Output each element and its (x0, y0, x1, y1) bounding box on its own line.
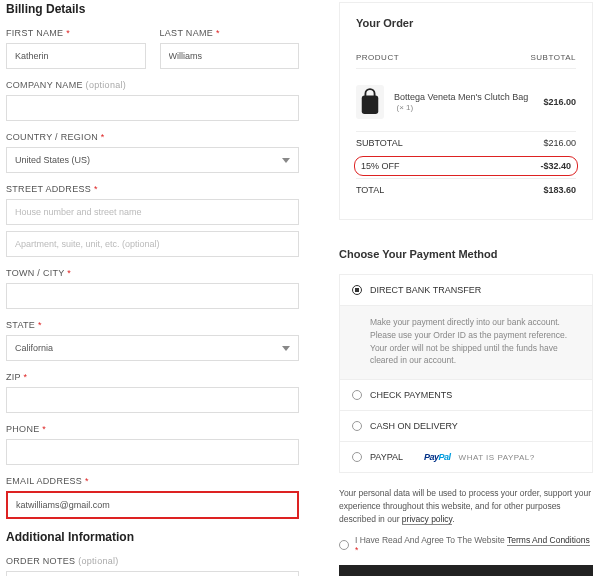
total-label: TOTAL (356, 185, 384, 195)
hdr-subtotal: SUBTOTAL (531, 53, 577, 62)
order-summary: Your Order PRODUCT SUBTOTAL Bottega Vene… (339, 2, 593, 220)
place-order-button[interactable]: PLACE ORDER (339, 565, 593, 576)
subtotal-value: $216.00 (543, 138, 576, 148)
product-name: Bottega Veneta Men's Clutch Bag (× 1) (394, 92, 533, 112)
discount-label: 15% OFF (361, 161, 400, 171)
pay-cod[interactable]: CASH ON DELIVERY (340, 411, 592, 442)
town-label: TOWN / CITY * (6, 268, 299, 278)
radio-icon (352, 452, 362, 462)
pay-paypal[interactable]: PAYPAL PayPalWHAT IS PAYPAL? (340, 442, 592, 472)
street1-input[interactable] (6, 199, 299, 225)
privacy-text: Your personal data will be used to proce… (339, 487, 593, 525)
phone-label: PHONE * (6, 424, 299, 434)
svg-rect-0 (362, 96, 379, 114)
first-name-label: FIRST NAME * (6, 28, 146, 38)
radio-icon (352, 285, 362, 295)
terms-link[interactable]: Terms And Conditions (507, 535, 590, 546)
last-name-input[interactable] (160, 43, 300, 69)
terms-radio-icon (339, 540, 349, 550)
order-title: Your Order (356, 17, 576, 29)
company-label: COMPANY NAME (optional) (6, 80, 299, 90)
country-select[interactable]: United States (US) (6, 147, 299, 173)
subtotal-label: SUBTOTAL (356, 138, 403, 148)
pay-bank[interactable]: DIRECT BANK TRANSFER (340, 275, 592, 306)
zip-label: ZIP * (6, 372, 299, 382)
company-input[interactable] (6, 95, 299, 121)
hdr-product: PRODUCT (356, 53, 399, 62)
town-input[interactable] (6, 283, 299, 309)
last-name-label: LAST NAME * (160, 28, 300, 38)
total-value: $183.60 (543, 185, 576, 195)
state-label: STATE * (6, 320, 299, 330)
notes-label: ORDER NOTES (optional) (6, 556, 299, 566)
payment-box: DIRECT BANK TRANSFER Make your payment d… (339, 274, 593, 473)
additional-title: Additional Information (6, 530, 299, 544)
paypal-logo-icon: PayPal (424, 452, 451, 462)
pay-check[interactable]: CHECK PAYMENTS (340, 380, 592, 411)
payment-title: Choose Your Payment Method (339, 248, 593, 260)
country-label: COUNTRY / REGION * (6, 132, 299, 142)
zip-input[interactable] (6, 387, 299, 413)
phone-input[interactable] (6, 439, 299, 465)
discount-value: -$32.40 (540, 161, 571, 171)
radio-icon (352, 390, 362, 400)
product-price: $216.00 (543, 97, 576, 107)
radio-icon (352, 421, 362, 431)
state-select[interactable]: California (6, 335, 299, 361)
privacy-link[interactable]: privacy policy (402, 514, 452, 525)
pay-bank-desc: Make your payment directly into our bank… (340, 306, 592, 380)
billing-title: Billing Details (6, 2, 299, 16)
first-name-input[interactable] (6, 43, 146, 69)
street2-input[interactable] (6, 231, 299, 257)
product-thumb (356, 85, 384, 119)
what-is-paypal-link[interactable]: WHAT IS PAYPAL? (459, 453, 535, 462)
email-label: EMAIL ADDRESS * (6, 476, 299, 486)
email-input[interactable] (6, 491, 299, 519)
notes-textarea[interactable] (6, 571, 299, 576)
street-label: STREET ADDRESS * (6, 184, 299, 194)
terms-row[interactable]: I Have Read And Agree To The Website Ter… (339, 535, 593, 555)
